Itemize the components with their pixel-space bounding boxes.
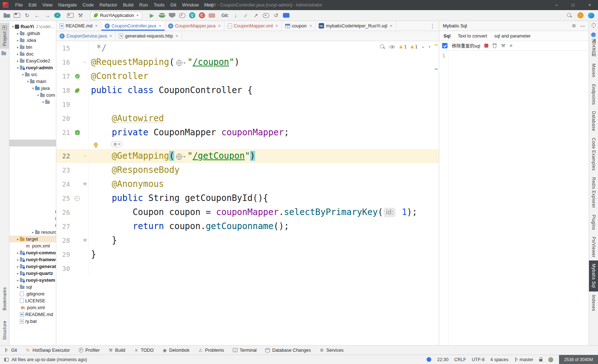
tab-close-icon[interactable]: × — [218, 23, 221, 28]
tree-chevron-icon[interactable]: ▾ — [26, 80, 30, 83]
tree-item-gitignore[interactable]: .gitignore — [9, 290, 56, 297]
tree-item-hidden[interactable] — [9, 215, 56, 222]
notification-icon[interactable] — [548, 357, 553, 362]
tree-chevron-icon[interactable]: ▾ — [16, 66, 20, 70]
mybatis-tab-sql[interactable]: Sql — [444, 34, 450, 39]
tree-chevron-icon[interactable]: ▸ — [31, 231, 35, 234]
tree-item-ruoyi-quartz[interactable]: ▸ruoyi-quartz — [9, 270, 56, 277]
tool-stripe-maven[interactable]: Maven — [589, 60, 598, 81]
remove-duplicate-sql-checkbox[interactable] — [442, 43, 448, 48]
tool-stripe-bookmarks[interactable]: Bookmarks — [2, 285, 7, 313]
tree-item-target[interactable]: ▸target — [9, 236, 56, 242]
menu-build[interactable]: Build — [120, 0, 136, 10]
tool-stripe-psiviewer[interactable]: PsiViewer — [589, 233, 598, 261]
previous-problem-icon[interactable]: ▴ — [422, 45, 424, 49]
debug-icon[interactable] — [159, 13, 165, 18]
fold-start-icon[interactable]: ▿ — [84, 154, 86, 158]
open-project-icon[interactable] — [4, 14, 10, 18]
mybatis-sql-output[interactable]: 1 — [439, 51, 589, 345]
tree-item-hidden[interactable] — [9, 126, 56, 133]
git-rollback-icon[interactable]: ↺ — [273, 12, 279, 19]
search-everywhere-icon[interactable] — [567, 13, 573, 18]
tree-item-hidden[interactable] — [9, 140, 56, 146]
tree-item-ry-bat[interactable]: ry.bat — [9, 318, 56, 325]
url-mapping-globe-icon[interactable] — [176, 154, 185, 160]
tree-chevron-icon[interactable]: ▾ — [31, 87, 35, 90]
notifications-bell-icon[interactable] — [592, 23, 595, 26]
minimize-button[interactable]: – — [548, 0, 565, 10]
sort-sql-icon[interactable]: ≡ — [510, 43, 512, 48]
endpoint-gutter-icon[interactable] — [75, 196, 80, 201]
tool-stripe-redis-explorer[interactable]: Redis Explorer — [589, 174, 598, 211]
inspections-widget[interactable]: 11 ▴ ▾ — [377, 43, 433, 51]
tree-item-hidden[interactable] — [9, 188, 56, 194]
tree-item-src[interactable]: ▾src — [9, 71, 56, 78]
run-coverage-icon[interactable] — [169, 13, 175, 18]
tab-readme-md[interactable]: README.md× — [56, 21, 101, 31]
menu-git[interactable]: Git — [167, 0, 179, 10]
clear-sql-trash-icon[interactable] — [493, 43, 497, 48]
menu-view[interactable]: View — [39, 0, 55, 10]
tree-item-ruoyi[interactable]: ▾RuoYiJ:\code\... — [9, 23, 56, 30]
tree-chevron-icon[interactable]: ▸ — [16, 272, 20, 275]
tool-button-profiler[interactable]: Profiler — [79, 348, 100, 353]
tree-item-com[interactable]: ▾com — [9, 92, 56, 98]
tree-item-readme-md[interactable]: README.md — [9, 311, 56, 318]
highlighting-eye-icon[interactable] — [389, 44, 395, 49]
git-push-icon[interactable]: ↗ — [253, 12, 259, 19]
tool-button-todo[interactable]: TODO — [134, 348, 154, 353]
spring-leaf-gutter-icon[interactable] — [75, 88, 79, 93]
panel-minimize-icon[interactable]: — — [580, 23, 585, 28]
menu-window[interactable]: Window — [179, 0, 202, 10]
code-line-27[interactable]: 27 return coupon.getCouponname(); — [56, 219, 439, 233]
tool-stripe-indexes[interactable]: Indexes — [589, 291, 598, 315]
fold-end-icon[interactable] — [83, 183, 87, 186]
tool-stripe-structure[interactable]: Structure — [2, 318, 7, 342]
tree-item-hidden[interactable] — [9, 146, 56, 153]
tab-close-icon[interactable]: × — [275, 23, 278, 28]
tree-chevron-icon[interactable]: ▸ — [16, 59, 20, 63]
tree-item-ruoyi-framework[interactable]: ▸ruoyi-framework — [9, 256, 56, 263]
git-branch-widget[interactable]: master — [514, 357, 533, 362]
tool-stripe-通义灵码[interactable]: 通义灵码 — [589, 29, 598, 60]
code-line-22[interactable]: 22▿ @GetMapping("/getCoupon") — [56, 149, 439, 163]
close-button[interactable]: × — [581, 0, 598, 10]
tool-button-services[interactable]: Services — [319, 348, 344, 353]
window-layout-icon[interactable] — [4, 358, 9, 361]
fold-start-icon[interactable]: ▿ — [84, 60, 86, 65]
tab-close-icon[interactable]: × — [309, 23, 312, 28]
code-line-25[interactable]: 25 public String getCouponById(){ — [56, 191, 439, 205]
tool-button-delombok[interactable]: Delombok — [162, 348, 189, 353]
tree-item-ruoyi-admin[interactable]: ▾ruoyi-admin — [9, 64, 56, 71]
tree-item-java[interactable]: ▾java — [9, 85, 56, 92]
tree-item-hidden[interactable] — [9, 222, 56, 229]
code-line-17[interactable]: 17@Controller — [56, 69, 439, 83]
tree-item-hidden[interactable] — [9, 174, 56, 181]
menu-refactor[interactable]: Refactor — [97, 0, 120, 10]
panel-settings-gear-icon[interactable]: ⚙ — [572, 23, 576, 28]
tool-stripe-mybatis-sql[interactable]: Mybatis Sql — [589, 260, 598, 291]
memory-indicator[interactable]: 2538 of 3040M — [559, 355, 598, 364]
proxy-icon[interactable] — [427, 357, 431, 362]
spring-autowire-gutter-icon[interactable] — [75, 130, 80, 135]
c-plugin-icon[interactable]: C — [199, 12, 205, 18]
code-line-23[interactable]: 23 @ResponseBody — [56, 163, 439, 177]
tool-stripe-plugins[interactable]: Plugins — [589, 211, 598, 233]
build-project-icon[interactable]: ⚒ — [77, 12, 84, 19]
sql-settings-wrench-icon[interactable]: ⚒ — [501, 43, 505, 48]
tool-button-database-changes[interactable]: Database Changes — [265, 348, 311, 353]
tree-chevron-icon[interactable]: ▸ — [16, 251, 20, 255]
tree-chevron-icon[interactable]: ▾ — [36, 93, 40, 97]
tab-close-icon[interactable]: × — [95, 23, 98, 28]
tree-item-hidden[interactable] — [9, 194, 56, 201]
tree-chevron-icon[interactable]: ▸ — [16, 279, 20, 282]
tab-close-icon[interactable]: × — [175, 33, 178, 39]
menu-tools[interactable]: Tools — [151, 0, 167, 10]
git-shelf-icon[interactable] — [283, 13, 289, 18]
maximize-button[interactable]: □ — [565, 0, 581, 10]
tree-item-pom-xml[interactable]: pom.xml — [9, 304, 56, 311]
tool-stripe-endpoints[interactable]: Endpoints — [589, 81, 598, 108]
tab-mybatiscodehelper-ruoyi-sql[interactable]: mybatisCodeHelper_RuoYi.sql× — [315, 21, 396, 31]
tab-close-icon[interactable]: × — [159, 23, 162, 28]
tree-chevron-icon[interactable]: ▸ — [16, 265, 20, 268]
